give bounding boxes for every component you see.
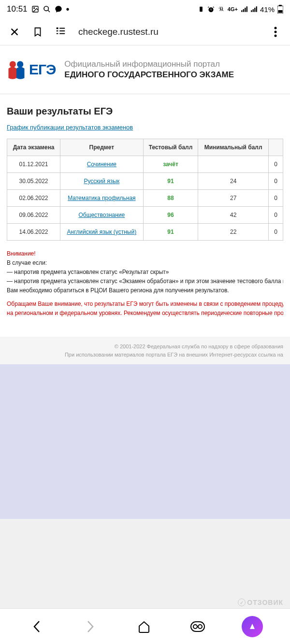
subject-link[interactable]: Русский язык — [84, 178, 119, 185]
cell-extra: 0 — [269, 224, 283, 241]
footer-usage: При использовании материалов портала ЕГЭ… — [7, 351, 283, 359]
cell-score: 96 — [167, 212, 174, 218]
svg-rect-7 — [278, 10, 283, 13]
cell-score: 88 — [167, 195, 174, 201]
cell-score: зачёт — [163, 161, 178, 168]
signal-icon-1 — [241, 6, 247, 13]
menu-button[interactable] — [270, 26, 281, 38]
cell-score: 91 — [167, 229, 174, 235]
signal-icon-2 — [250, 6, 257, 13]
url-bar[interactable]: checkege.rustest.ru — [78, 27, 258, 37]
browser-bottom-nav — [0, 608, 290, 644]
attention-warning: Обращаем Ваше внимание, что результаты Е… — [7, 300, 283, 308]
subject-link[interactable]: Сочинение — [87, 161, 116, 168]
site-subtitle: Официальный информационный портал — [64, 59, 284, 69]
header-subject: Предмет — [60, 139, 144, 156]
footer-copyright: © 2001-2022 Федеральная служба по надзор… — [7, 343, 283, 351]
svg-point-12 — [17, 61, 23, 67]
schedule-link[interactable]: График публикации результатов экзаменов — [7, 124, 283, 131]
watermark-icon: ✓ — [238, 599, 246, 606]
cell-min: 24 — [198, 173, 269, 190]
svg-point-14 — [193, 625, 197, 629]
vibrate-icon — [218, 6, 225, 13]
clock-time: 10:51 — [7, 4, 28, 14]
table-row: 09.06.2022 Обществознание 96 42 0 — [7, 207, 283, 224]
svg-point-11 — [10, 61, 16, 67]
svg-point-9 — [275, 30, 277, 33]
header-extra — [269, 139, 283, 156]
attention-warning: на региональном и федеральном уровнях. Р… — [7, 309, 283, 317]
network-4g: 4G+ — [228, 6, 238, 12]
attention-title: Внимание! — [7, 249, 283, 258]
bookmark-button[interactable] — [32, 26, 44, 38]
header-date: Дата экзамена — [7, 139, 60, 156]
subject-link[interactable]: Обществознание — [79, 212, 125, 218]
cell-date: 14.06.2022 — [7, 224, 60, 241]
subject-link[interactable]: Математика профильная — [68, 195, 135, 201]
site-logo[interactable]: ЕГЭ — [6, 59, 56, 80]
svg-point-15 — [198, 625, 202, 629]
alice-button[interactable] — [242, 616, 263, 637]
svg-point-10 — [275, 34, 277, 37]
cell-extra: 0 — [269, 156, 283, 173]
cell-extra: 0 — [269, 207, 283, 224]
cell-extra: 0 — [269, 173, 283, 190]
cell-min — [198, 156, 269, 173]
cell-date: 30.05.2022 — [7, 173, 60, 190]
close-tab-button[interactable] — [9, 26, 20, 38]
home-button[interactable] — [134, 617, 154, 636]
cell-min: 22 — [198, 224, 269, 241]
back-button[interactable] — [27, 617, 46, 636]
tabs-button[interactable] — [188, 617, 207, 636]
svg-point-1 — [33, 8, 34, 9]
logo-text: ЕГЭ — [29, 61, 56, 78]
table-row: 14.06.2022 Английский язык (устный) 91 2… — [7, 224, 283, 241]
status-bar: 10:51 • 4G+ 41% — [0, 0, 290, 18]
forward-button[interactable] — [81, 617, 100, 636]
site-header: ЕГЭ Официальный информационный портал ЕД… — [0, 45, 290, 94]
battery-percentage: 41% — [260, 5, 275, 14]
browser-toolbar: checkege.rustest.ru — [0, 18, 290, 45]
cell-extra: 0 — [269, 190, 283, 207]
alarm-icon — [207, 6, 215, 13]
battery-icon — [277, 5, 283, 14]
search-icon — [43, 5, 51, 13]
cell-min: 27 — [198, 190, 269, 207]
svg-point-2 — [44, 6, 48, 11]
image-icon — [31, 5, 39, 13]
svg-rect-3 — [200, 7, 203, 12]
attention-line: В случае если: — [7, 258, 283, 267]
site-title: ЕДИНОГО ГОСУДАРСТВЕННОГО ЭКЗАМЕ — [64, 70, 284, 80]
svg-rect-6 — [279, 5, 282, 6]
battery-saver-icon — [198, 6, 204, 13]
svg-point-8 — [275, 27, 277, 29]
results-table: Дата экзамена Предмет Тестовый балл Мини… — [7, 139, 283, 241]
table-row: 30.05.2022 Русский язык 91 24 0 — [7, 173, 283, 190]
page-heading: Ваши результаты ЕГЭ — [7, 106, 283, 117]
attention-line: Вам необходимо обратиться в РЦОИ Вашего … — [7, 286, 283, 295]
reader-mode-button[interactable] — [55, 26, 67, 38]
page-footer: © 2001-2022 Федеральная служба по надзор… — [0, 337, 290, 364]
attention-block: Внимание! В случае если: — напротив пред… — [7, 249, 283, 317]
attention-line: — напротив предмета установлен статус «Р… — [7, 268, 283, 276]
empty-space — [0, 364, 290, 519]
watermark-text: ОТЗОВИК — [247, 599, 283, 606]
table-row: 02.06.2022 Математика профильная 88 27 0 — [7, 190, 283, 207]
cell-date: 01.12.2021 — [7, 156, 60, 173]
chat-icon — [55, 5, 62, 13]
attention-line: — напротив предмета установлен статус «Э… — [7, 277, 283, 286]
cell-score: 91 — [167, 178, 174, 185]
header-min: Минимальный балл — [198, 139, 269, 156]
cell-date: 09.06.2022 — [7, 207, 60, 224]
header-score: Тестовый балл — [143, 139, 198, 156]
cell-min: 42 — [198, 207, 269, 224]
main-content: Ваши результаты ЕГЭ График публикации ре… — [0, 94, 290, 317]
subject-link[interactable]: Английский язык (устный) — [67, 229, 137, 235]
table-row: 01.12.2021 Сочинение зачёт 0 — [7, 156, 283, 173]
watermark: ✓ ОТЗОВИК — [238, 599, 283, 606]
cell-date: 02.06.2022 — [7, 190, 60, 207]
